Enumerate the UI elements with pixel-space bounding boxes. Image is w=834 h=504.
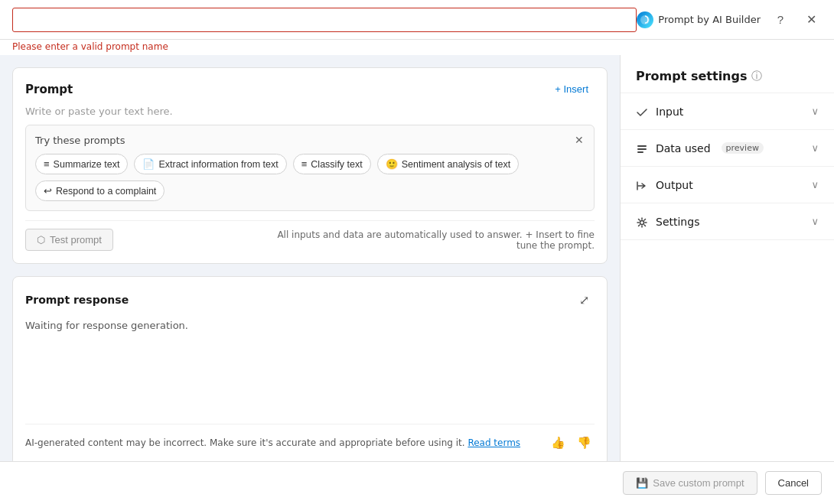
response-disclaimer: AI-generated content may be incorrect. M…	[25, 437, 520, 448]
summarize-icon: ≡	[44, 158, 50, 170]
response-title: Prompt response	[25, 294, 129, 306]
settings-item-output-left: Output	[636, 177, 693, 192]
top-bar-right: Prompt by AI Builder ? ✕	[637, 9, 822, 31]
card-footer-hint: All inputs and data are automatically us…	[273, 229, 595, 251]
settings-item-input-left: Input	[636, 104, 683, 119]
chip-sentiment-label: Sentiment analysis of text	[402, 159, 510, 170]
svg-rect-1	[637, 145, 647, 147]
test-prompt-label: Test prompt	[50, 234, 102, 245]
insert-label: + Insert	[555, 83, 588, 95]
prompt-name-input[interactable]	[12, 8, 637, 32]
chip-extract-label: Extract information from text	[158, 159, 278, 170]
save-label: Save custom prompt	[653, 477, 744, 489]
settings-title: Prompt settings	[636, 69, 747, 83]
extract-icon: 📄	[142, 158, 155, 170]
try-prompts-close-button[interactable]: ✕	[571, 132, 588, 148]
chip-extract[interactable]: 📄 Extract information from text	[134, 154, 286, 174]
output-icon	[636, 177, 648, 192]
response-waiting-text: Waiting for response generation.	[25, 320, 595, 411]
prompt-card: Prompt + Insert Write or paste your text…	[12, 67, 608, 264]
cancel-label: Cancel	[778, 477, 809, 489]
svg-point-4	[640, 220, 644, 224]
svg-rect-3	[637, 151, 643, 153]
settings-item-settings-left: Settings	[636, 214, 699, 229]
classify-icon: ≡	[301, 158, 308, 170]
settings-item-output[interactable]: Output ∨	[621, 167, 834, 203]
sentiment-icon: 🙂	[386, 158, 398, 170]
settings-section-input: Input ∨	[621, 93, 834, 130]
cancel-button[interactable]: Cancel	[765, 471, 822, 495]
thumbup-icon: 👍	[551, 436, 565, 450]
close-icon: ✕	[806, 12, 816, 27]
input-icon	[636, 104, 648, 119]
respond-icon: ↩	[44, 185, 52, 197]
help-icon: ?	[777, 13, 784, 26]
settings-item-settings[interactable]: Settings ∨	[621, 203, 834, 239]
help-button[interactable]: ?	[770, 9, 791, 31]
save-icon: 💾	[636, 477, 648, 489]
insert-button[interactable]: + Insert	[549, 80, 595, 98]
input-label: Input	[656, 106, 683, 118]
settings-info-icon[interactable]: ⓘ	[751, 70, 762, 83]
try-prompts-box: Try these prompts ✕ ≡ Summarize text 📄 E…	[25, 125, 595, 211]
settings-gear-icon	[636, 214, 648, 229]
settings-item-data-left: Data used preview	[636, 141, 764, 155]
expand-button[interactable]: ⤢	[573, 289, 595, 311]
expand-icon: ⤢	[579, 293, 589, 307]
main-layout: Prompt + Insert Write or paste your text…	[0, 55, 834, 461]
prompt-hint: Write or paste your text here.	[25, 106, 595, 117]
settings-section-output: Output ∨	[621, 167, 834, 203]
thumbup-button[interactable]: 👍	[547, 432, 568, 454]
brand-badge: Prompt by AI Builder	[637, 11, 761, 28]
chip-summarize-label: Summarize text	[54, 159, 120, 170]
settings-sections: Input ∨ Data use	[621, 93, 834, 461]
chip-respond-label: Respond to a complaint	[56, 186, 156, 197]
settings-label: Settings	[656, 216, 699, 228]
top-bar: Prompt by AI Builder ? ✕	[0, 0, 834, 40]
data-badge: preview	[722, 142, 764, 154]
left-panel: Prompt + Insert Write or paste your text…	[0, 55, 620, 461]
data-chevron-icon: ∨	[811, 142, 819, 154]
thumbdown-icon: 👎	[577, 436, 591, 450]
response-header: Prompt response ⤢	[25, 289, 595, 311]
settings-item-data[interactable]: Data used preview ∨	[621, 130, 834, 166]
response-card: Prompt response ⤢ Waiting for response g…	[12, 276, 608, 461]
response-footer: AI-generated content may be incorrect. M…	[25, 424, 595, 454]
settings-section-settings: Settings ∨	[621, 203, 834, 240]
prompt-card-header: Prompt + Insert	[25, 80, 595, 98]
svg-rect-2	[637, 148, 647, 150]
settings-chevron-icon: ∨	[811, 216, 819, 227]
close-button[interactable]: ✕	[800, 9, 822, 31]
test-prompt-icon: ⬡	[37, 234, 45, 245]
brand-label: Prompt by AI Builder	[658, 14, 761, 25]
chip-sentiment[interactable]: 🙂 Sentiment analysis of text	[377, 154, 519, 174]
save-custom-prompt-button[interactable]: 💾 Save custom prompt	[623, 471, 757, 495]
feedback-buttons: 👍 👎	[547, 432, 595, 454]
read-terms-link[interactable]: Read terms	[467, 437, 520, 448]
chip-respond[interactable]: ↩ Respond to a complaint	[35, 180, 165, 201]
settings-section-data: Data used preview ∨	[621, 130, 834, 167]
input-chevron-icon: ∨	[811, 106, 819, 117]
prompt-card-title: Prompt	[25, 83, 73, 96]
output-chevron-icon: ∨	[811, 179, 819, 190]
bottom-bar: 💾 Save custom prompt Cancel	[0, 461, 834, 504]
brand-icon	[637, 11, 653, 28]
right-panel: Prompt settings ⓘ Input ∨	[620, 55, 834, 461]
settings-header: Prompt settings ⓘ	[621, 55, 834, 93]
thumbdown-button[interactable]: 👎	[573, 432, 595, 454]
data-label: Data used	[656, 142, 711, 154]
try-prompts-title: Try these prompts	[35, 135, 585, 146]
prompts-row: ≡ Summarize text 📄 Extract information f…	[35, 154, 585, 201]
prompt-card-footer: ⬡ Test prompt All inputs and data are au…	[25, 220, 595, 251]
output-label: Output	[656, 179, 693, 191]
chip-classify[interactable]: ≡ Classify text	[293, 154, 371, 174]
chip-summarize[interactable]: ≡ Summarize text	[35, 154, 128, 174]
settings-item-input[interactable]: Input ∨	[621, 93, 834, 129]
data-icon	[636, 141, 648, 155]
chip-classify-label: Classify text	[311, 159, 362, 170]
error-message: Please enter a valid prompt name	[0, 40, 834, 55]
test-prompt-button[interactable]: ⬡ Test prompt	[25, 229, 113, 251]
